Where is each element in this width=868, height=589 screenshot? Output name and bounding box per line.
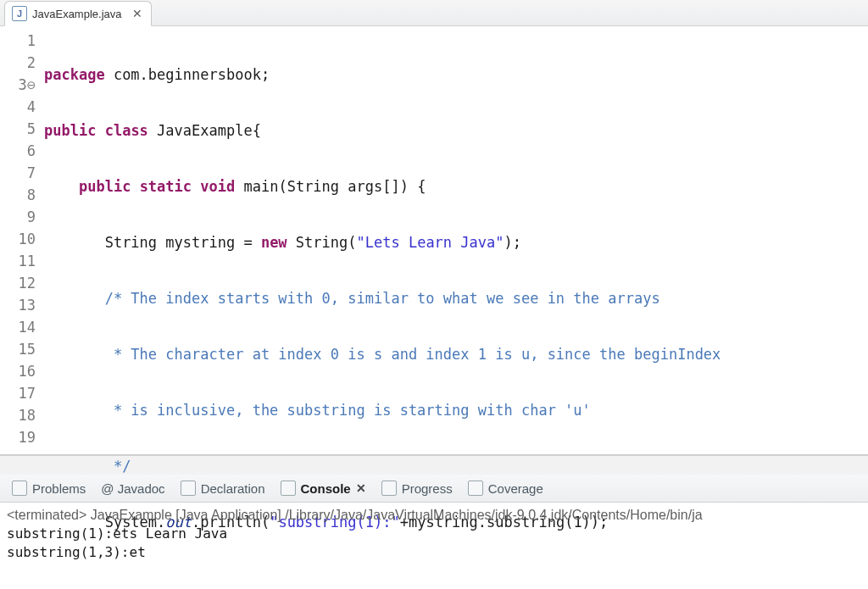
console-icon bbox=[281, 481, 296, 496]
line-number: 18 bbox=[0, 404, 36, 426]
tab-console[interactable]: Console ✕ bbox=[281, 481, 366, 496]
line-number: 19 bbox=[0, 426, 36, 448]
tab-progress[interactable]: Progress bbox=[381, 481, 453, 496]
close-icon[interactable]: ✕ bbox=[132, 7, 142, 20]
code-content[interactable]: package com.beginnersbook; public class … bbox=[41, 26, 868, 454]
line-number: 8 bbox=[0, 184, 36, 206]
line-number: 2 bbox=[0, 52, 36, 74]
line-number: 15 bbox=[0, 338, 36, 360]
java-file-icon: J bbox=[12, 6, 27, 21]
coverage-icon bbox=[468, 481, 483, 496]
line-number: 10 bbox=[0, 228, 36, 250]
line-number: 12 bbox=[0, 272, 36, 294]
line-number: 7 bbox=[0, 162, 36, 184]
line-number: 5 bbox=[0, 118, 36, 140]
line-number-gutter: 1 2 3⊖ 4 5 6 7 8 9 10 11 12 13 14 15 16 … bbox=[0, 26, 41, 454]
problems-icon bbox=[12, 481, 27, 496]
declaration-icon bbox=[181, 481, 196, 496]
progress-icon bbox=[381, 481, 397, 496]
editor-tab-label: JavaExample.java bbox=[32, 8, 122, 20]
line-number: 3⊖ bbox=[0, 74, 36, 96]
tab-problems[interactable]: Problems bbox=[12, 481, 86, 496]
line-number: 11 bbox=[0, 250, 36, 272]
close-icon[interactable]: ✕ bbox=[356, 481, 366, 495]
line-number: 13 bbox=[0, 294, 36, 316]
line-number: 16 bbox=[0, 360, 36, 382]
line-number: 9 bbox=[0, 206, 36, 228]
editor-tab-active[interactable]: J JavaExample.java ✕ bbox=[4, 1, 152, 26]
line-number: 4 bbox=[0, 96, 36, 118]
line-number: 17 bbox=[0, 382, 36, 404]
tab-javadoc[interactable]: @ Javadoc bbox=[101, 481, 164, 496]
editor-tab-bar: J JavaExample.java ✕ bbox=[0, 0, 868, 26]
line-number: 14 bbox=[0, 316, 36, 338]
line-number: 1 bbox=[0, 30, 36, 52]
line-number: 6 bbox=[0, 140, 36, 162]
tab-coverage[interactable]: Coverage bbox=[468, 481, 543, 496]
code-editor[interactable]: 1 2 3⊖ 4 5 6 7 8 9 10 11 12 13 14 15 16 … bbox=[0, 26, 868, 455]
tab-declaration[interactable]: Declaration bbox=[181, 481, 265, 496]
